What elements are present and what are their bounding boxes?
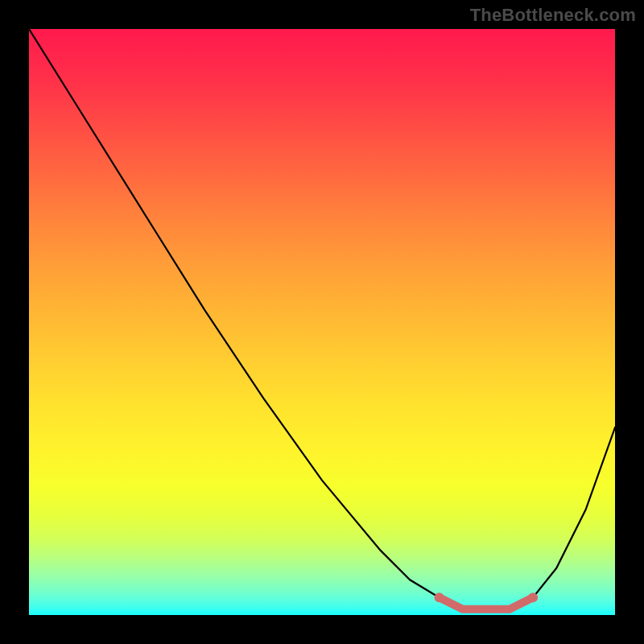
- chart-frame: TheBottleneck.com: [0, 0, 644, 644]
- watermark-text: TheBottleneck.com: [470, 5, 636, 26]
- highlight-end-dot: [528, 592, 538, 602]
- bottleneck-curve: [29, 29, 615, 609]
- chart-svg: [29, 29, 615, 615]
- highlight-start-dot: [435, 592, 444, 602]
- plot-area: [29, 29, 615, 615]
- optimal-range-highlight: [440, 597, 534, 609]
